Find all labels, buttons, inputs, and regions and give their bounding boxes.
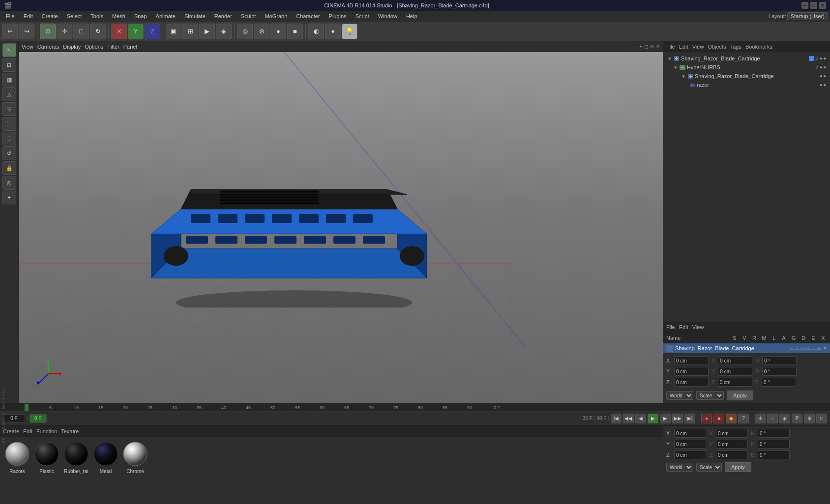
menu-simulate[interactable]: Simulate <box>180 12 209 20</box>
vp-icon-target[interactable]: ⊙ <box>650 44 654 49</box>
layout-selector[interactable]: Startup (User) <box>787 12 828 20</box>
apply-button[interactable]: Apply <box>727 391 753 400</box>
vp-icon-plus[interactable]: + <box>639 44 642 49</box>
vp-tab-display[interactable]: Display <box>63 44 81 50</box>
rotate-tool-button[interactable]: ↻ <box>90 24 106 39</box>
menu-file[interactable]: File <box>2 12 19 20</box>
menu-create[interactable]: Create <box>38 12 62 20</box>
frame-display[interactable] <box>30 414 47 423</box>
light-btn[interactable]: 💡 <box>342 24 357 39</box>
tool-grid[interactable]: ⊞ <box>2 58 16 72</box>
y-scale-input[interactable] <box>718 367 752 376</box>
x-axis-button[interactable]: ✕ <box>111 24 127 39</box>
cy-scale[interactable] <box>716 440 748 448</box>
menu-help[interactable]: Help <box>402 12 421 20</box>
tl-move[interactable]: ✛ <box>755 414 766 423</box>
vp-tab-view[interactable]: View <box>22 44 33 50</box>
point-btn[interactable]: ⊛ <box>254 24 269 39</box>
y-axis-button[interactable]: Y <box>128 24 144 39</box>
menu-character[interactable]: Character <box>292 12 324 20</box>
om-tab-view[interactable]: View <box>692 44 704 50</box>
tl-loop[interactable]: ○ <box>767 414 778 423</box>
tool-trapez[interactable]: ▽ <box>2 102 16 116</box>
vp-icon-close[interactable]: ✕ <box>656 44 660 49</box>
cx-pos[interactable] <box>674 429 706 438</box>
h-rot-input[interactable] <box>762 356 797 365</box>
om-tab-objects[interactable]: Objects <box>708 44 726 50</box>
tl-key2[interactable]: ◈ <box>779 414 790 423</box>
menu-window[interactable]: Window <box>374 12 401 20</box>
properties-selected-row[interactable]: Shaving_Razor_Blade_Cartridge □□□□□□□□□✕ <box>663 343 830 353</box>
om-tab-edit[interactable]: Edit <box>679 44 688 50</box>
vp-tab-panel[interactable]: Panel <box>123 44 137 50</box>
ch-rot[interactable] <box>758 429 790 438</box>
material-razors[interactable]: Razors <box>4 441 30 474</box>
tool-star[interactable]: ✦ <box>2 191 16 204</box>
redo-button[interactable]: ↪ <box>19 24 34 39</box>
tl-grid2[interactable]: ⊞ <box>804 414 815 423</box>
menu-select[interactable]: Select <box>63 12 86 20</box>
coord-apply-button[interactable]: Apply <box>725 462 751 472</box>
material-rubber[interactable]: Rubber_rai <box>63 441 89 474</box>
obj-btn[interactable]: ◎ <box>237 24 253 39</box>
tl-prev-key[interactable]: ◀◀ <box>623 414 634 423</box>
coord-world-select[interactable]: World Object <box>666 463 693 472</box>
snap-btn[interactable]: ◐ <box>308 24 324 39</box>
tl-record[interactable]: ● <box>701 414 712 423</box>
z-position-input[interactable] <box>674 378 709 387</box>
cx-scale[interactable] <box>716 429 748 438</box>
world-btn[interactable]: ♦ <box>325 24 341 39</box>
cz-pos[interactable] <box>674 450 706 459</box>
mat-tab-edit[interactable]: Edit <box>23 428 32 434</box>
tool-arrow[interactable]: ↖ <box>2 43 16 57</box>
transform-mode-dropdown[interactable]: Scale Move Rotate <box>696 391 724 400</box>
tool-cube[interactable]: ⬛ <box>2 117 16 131</box>
material-metal[interactable]: Metal <box>92 441 119 474</box>
om-tab-bookmarks[interactable]: Bookmarks <box>745 44 772 50</box>
mat-tab-function[interactable]: Function <box>36 428 57 434</box>
3d-viewport[interactable]: Perspective <box>19 52 663 403</box>
tl-prot[interactable]: P <box>792 414 802 423</box>
select-tool-button[interactable]: ⊙ <box>40 24 56 39</box>
scale-tool-button[interactable]: □ <box>73 24 89 39</box>
cp-rot[interactable] <box>758 440 790 448</box>
tl-go-start[interactable]: |◀ <box>611 414 622 423</box>
vp-icon-window[interactable]: ◻ <box>644 44 648 49</box>
minimize-button[interactable]: ─ <box>801 2 808 9</box>
tree-item-hypernurbs[interactable]: ▼ HyperNURBS ✓ ● ● <box>665 63 828 72</box>
tl-go-end[interactable]: ▶| <box>684 414 695 423</box>
tl-next-frame[interactable]: ▶ <box>660 414 671 423</box>
mat-tab-texture[interactable]: Texture <box>61 428 79 434</box>
move-tool-button[interactable]: ✛ <box>57 24 72 39</box>
tl-help[interactable]: ? <box>738 414 749 423</box>
x-position-input[interactable] <box>674 356 709 365</box>
y-position-input[interactable] <box>674 367 709 376</box>
coord-system-dropdown[interactable]: World Object <box>666 391 693 400</box>
vp-tab-filter[interactable]: Filter <box>107 44 119 50</box>
timeline-marker[interactable] <box>25 404 29 412</box>
tree-item-root[interactable]: ▼ Shaving_Razor_Blade_Cartridge ✓ ● ● <box>665 54 828 63</box>
b-rot-input[interactable] <box>762 378 796 387</box>
menu-plugins[interactable]: Plugins <box>325 12 351 20</box>
tree-item-cartridge-child[interactable]: ▼ Shaving_Razor_Blade_Cartridge ● ● <box>665 72 828 81</box>
vp-tab-options[interactable]: Options <box>85 44 103 50</box>
close-button[interactable]: ✕ <box>819 2 826 9</box>
tl-play[interactable]: ▶ <box>648 414 658 423</box>
tl-next-key[interactable]: ▶▶ <box>672 414 683 423</box>
om-tab-file[interactable]: File <box>666 44 675 50</box>
tool-bend[interactable]: ↺ <box>2 146 16 160</box>
tree-item-razor[interactable]: razor ● ● <box>665 81 828 89</box>
undo-button[interactable]: ↩ <box>2 24 18 39</box>
anim-button[interactable]: ⊞ <box>182 24 198 39</box>
cz-scale[interactable] <box>716 450 748 459</box>
tool-tri[interactable]: △ <box>2 87 16 101</box>
maximize-button[interactable]: □ <box>810 2 817 9</box>
prop-tab-file[interactable]: File <box>666 324 675 330</box>
x-scale-input[interactable] <box>718 356 752 365</box>
frame-button[interactable]: ▶ <box>199 24 215 39</box>
z-axis-button[interactable]: Z <box>145 24 160 39</box>
prop-tab-view[interactable]: View <box>692 324 704 330</box>
menu-render[interactable]: Render <box>210 12 236 20</box>
tool-lasso[interactable]: ⌶ <box>2 132 16 145</box>
material-chrome[interactable]: Chrome <box>122 441 148 474</box>
